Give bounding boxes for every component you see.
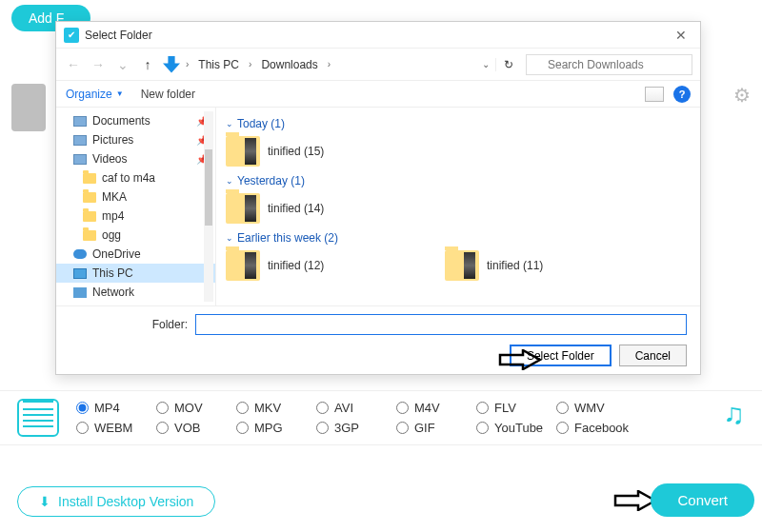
group-title: Today (1) bbox=[237, 117, 285, 130]
format-radio[interactable] bbox=[396, 422, 409, 434]
download-icon: ⬇ bbox=[39, 494, 50, 509]
sidebar-item[interactable]: This PC bbox=[56, 264, 215, 283]
dialog-footer: Folder: Select Folder Cancel bbox=[56, 305, 700, 374]
group-header[interactable]: ⌄Yesterday (1) bbox=[226, 174, 691, 187]
sidebar-item-label: This PC bbox=[92, 266, 133, 280]
sidebar-item-label: Network bbox=[92, 286, 134, 299]
group-header[interactable]: ⌄Earlier this week (2) bbox=[226, 231, 691, 245]
titlebar: ✔ Select Folder ✕ bbox=[56, 22, 700, 49]
format-option[interactable]: FLV bbox=[476, 401, 556, 415]
net-icon bbox=[73, 287, 87, 298]
nav-up-icon[interactable]: ↑ bbox=[138, 55, 157, 74]
format-option[interactable]: MP4 bbox=[76, 401, 156, 415]
folder-item[interactable]: tinified (15) bbox=[226, 136, 416, 167]
sidebar-item-label: OneDrive bbox=[92, 247, 141, 261]
bg-item bbox=[11, 84, 46, 131]
caret-down-icon: ▼ bbox=[116, 89, 124, 98]
format-label: AVI bbox=[334, 401, 353, 415]
refresh-icon[interactable]: ↻ bbox=[495, 58, 514, 71]
format-radio[interactable] bbox=[476, 422, 489, 434]
format-option[interactable]: GIF bbox=[396, 421, 476, 435]
folder-thumb-icon bbox=[226, 193, 260, 224]
folder-item[interactable]: tinified (12) bbox=[226, 250, 416, 281]
format-radio[interactable] bbox=[156, 402, 169, 414]
app-icon: ✔ bbox=[64, 28, 79, 43]
format-radio[interactable] bbox=[76, 422, 89, 434]
sidebar-item[interactable]: mp4 bbox=[56, 207, 215, 226]
nav-dropdown-icon[interactable]: ⌄ bbox=[113, 55, 132, 74]
sidebar-item[interactable]: MKA bbox=[56, 187, 215, 207]
format-radio[interactable] bbox=[236, 402, 249, 414]
format-option[interactable]: MOV bbox=[156, 401, 236, 415]
close-icon[interactable]: ✕ bbox=[670, 28, 692, 43]
address-bar: ← → ⌄ ↑ › This PC › Downloads › ⌄ ↻ 🔍 bbox=[56, 49, 700, 81]
format-option[interactable]: WEBM bbox=[76, 421, 156, 435]
convert-button[interactable]: Convert bbox=[651, 483, 754, 517]
doc-icon bbox=[73, 116, 87, 127]
group-header[interactable]: ⌄Today (1) bbox=[226, 117, 691, 130]
nav-back-icon[interactable]: ← bbox=[64, 55, 83, 74]
sidebar-item[interactable]: OneDrive bbox=[56, 245, 215, 264]
format-radio[interactable] bbox=[316, 402, 329, 414]
format-label: WMV bbox=[574, 401, 605, 415]
format-option[interactable]: AVI bbox=[316, 401, 396, 415]
format-option[interactable]: WMV bbox=[556, 401, 636, 415]
sidebar-item[interactable]: Pictures📌 bbox=[56, 130, 215, 149]
folder-item[interactable]: tinified (11) bbox=[445, 250, 635, 281]
sidebar-item-label: caf to m4a bbox=[102, 171, 155, 185]
sidebar-item-label: mp4 bbox=[102, 209, 124, 223]
folder-icon bbox=[83, 230, 96, 241]
install-desktop-label: Install Desktop Version bbox=[58, 494, 193, 509]
format-radio[interactable] bbox=[316, 422, 329, 434]
group-title: Earlier this week (2) bbox=[237, 231, 338, 245]
organize-menu[interactable]: Organize bbox=[66, 88, 112, 101]
format-section: MP4MOVMKVAVIM4VFLVWMVWEBMVOBMPG3GPGIFYou… bbox=[0, 390, 762, 445]
format-label: Facebook bbox=[574, 421, 629, 435]
music-icon[interactable]: ♫ bbox=[724, 398, 746, 430]
format-radio[interactable] bbox=[76, 402, 89, 414]
sidebar-item[interactable]: ogg bbox=[56, 226, 215, 245]
format-option[interactable]: YouTube bbox=[476, 421, 556, 435]
format-radio[interactable] bbox=[156, 422, 169, 434]
address-dropdown-icon[interactable]: ⌄ bbox=[482, 59, 490, 69]
format-option[interactable]: M4V bbox=[396, 401, 476, 415]
breadcrumb-folder[interactable]: Downloads bbox=[257, 58, 321, 71]
sidebar-item[interactable]: Videos📌 bbox=[56, 149, 215, 168]
format-radio[interactable] bbox=[476, 402, 489, 414]
video-format-icon bbox=[17, 399, 59, 437]
folder-item[interactable]: tinified (14) bbox=[226, 193, 416, 224]
folder-thumb-icon bbox=[445, 250, 479, 281]
install-desktop-button[interactable]: ⬇ Install Desktop Version bbox=[17, 486, 215, 517]
pc-icon bbox=[73, 268, 87, 279]
format-label: GIF bbox=[414, 421, 435, 435]
sidebar-item[interactable]: Documents📌 bbox=[56, 111, 215, 130]
sidebar-item[interactable]: caf to m4a bbox=[56, 168, 215, 187]
search-input[interactable] bbox=[526, 54, 692, 75]
format-radio[interactable] bbox=[556, 402, 569, 414]
breadcrumb-root[interactable]: This PC bbox=[194, 58, 243, 71]
cancel-button[interactable]: Cancel bbox=[619, 345, 687, 366]
scrollbar[interactable] bbox=[204, 111, 213, 302]
format-radio[interactable] bbox=[396, 402, 409, 414]
sidebar-item[interactable]: Network bbox=[56, 283, 215, 302]
sidebar-item-label: ogg bbox=[102, 228, 121, 242]
nav-forward-icon[interactable]: → bbox=[89, 55, 108, 74]
format-option[interactable]: MKV bbox=[236, 401, 316, 415]
settings-gear-icon[interactable]: ⚙ bbox=[733, 84, 751, 107]
chevron-right-icon: › bbox=[249, 59, 251, 69]
view-options-button[interactable] bbox=[645, 87, 664, 102]
format-option[interactable]: MPG bbox=[236, 421, 316, 435]
folder-item-label: tinified (11) bbox=[487, 259, 543, 272]
format-radio[interactable] bbox=[236, 422, 249, 434]
format-label: FLV bbox=[494, 401, 516, 415]
format-radio[interactable] bbox=[556, 422, 569, 434]
toolbar: Organize ▼ New folder ? bbox=[56, 81, 700, 108]
chevron-down-icon: ⌄ bbox=[226, 233, 233, 243]
folder-input[interactable] bbox=[195, 314, 687, 335]
new-folder-button[interactable]: New folder bbox=[141, 88, 195, 101]
format-option[interactable]: Facebook bbox=[556, 421, 636, 435]
group-title: Yesterday (1) bbox=[237, 174, 305, 187]
format-option[interactable]: 3GP bbox=[316, 421, 396, 435]
format-option[interactable]: VOB bbox=[156, 421, 236, 435]
help-icon[interactable]: ? bbox=[673, 86, 691, 103]
